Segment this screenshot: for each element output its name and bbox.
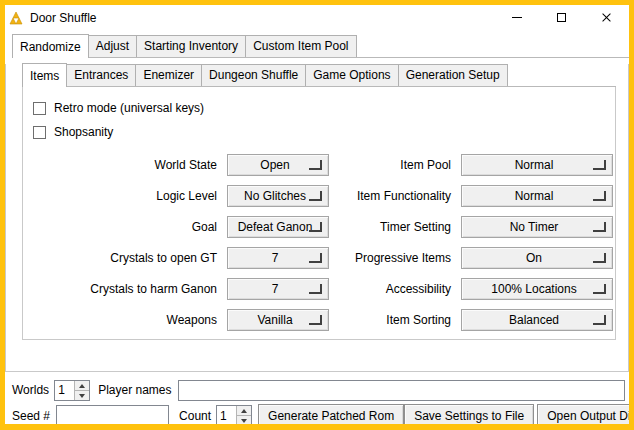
progressive-items-label: Progressive Items	[337, 251, 453, 265]
goal-dropdown[interactable]: Defeat Ganon	[227, 216, 329, 238]
app-window: Door Shuffle Randomize Adjust Starting I…	[0, 0, 634, 430]
window-controls	[494, 5, 629, 30]
dropdown-indicator-icon	[309, 284, 322, 294]
app-icon	[8, 10, 24, 26]
progressive-items-value: On	[526, 251, 548, 265]
tab-entrances[interactable]: Entrances	[66, 64, 136, 86]
item-pool-label: Item Pool	[337, 158, 453, 172]
spin-up-icon[interactable]	[236, 406, 251, 416]
count-spinbox[interactable]	[216, 405, 252, 426]
tab-items[interactable]: Items	[22, 63, 67, 87]
item-pool-dropdown[interactable]: Normal	[461, 154, 613, 176]
crystals-ganon-value: 7	[272, 282, 285, 296]
item-functionality-label: Item Functionality	[337, 189, 453, 203]
dropdown-indicator-icon	[593, 160, 606, 170]
dropdown-indicator-icon	[593, 315, 606, 325]
maximize-button[interactable]	[539, 5, 584, 30]
spin-down-icon[interactable]	[236, 416, 251, 425]
inner-tabbar: Items Entrances Enemizer Dungeon Shuffle…	[22, 66, 616, 87]
goal-label: Goal	[27, 220, 219, 234]
dropdown-indicator-icon	[593, 222, 606, 232]
dropdown-indicator-icon	[593, 253, 606, 263]
dropdown-indicator-icon	[593, 284, 606, 294]
dropdown-indicator-icon	[309, 315, 322, 325]
item-functionality-value: Normal	[515, 189, 560, 203]
logic-level-dropdown[interactable]: No Glitches	[227, 185, 329, 207]
count-spin-arrows	[236, 406, 251, 425]
tab-dungeon-shuffle[interactable]: Dungeon Shuffle	[201, 64, 306, 86]
worlds-spin-arrows	[74, 381, 89, 400]
tab-starting-inventory[interactable]: Starting Inventory	[136, 35, 246, 57]
world-state-value: Open	[260, 158, 295, 172]
timer-setting-dropdown[interactable]: No Timer	[461, 216, 613, 238]
crystals-gt-dropdown[interactable]: 7	[227, 247, 329, 269]
accessibility-value: 100% Locations	[491, 282, 582, 296]
weapons-value: Vanilla	[257, 313, 298, 327]
minimize-button[interactable]	[494, 5, 539, 30]
shopsanity-label: Shopsanity	[54, 125, 113, 139]
timer-setting-label: Timer Setting	[337, 220, 453, 234]
tab-adjust[interactable]: Adjust	[88, 35, 137, 57]
crystals-gt-label: Crystals to open GT	[27, 251, 219, 265]
crystals-gt-value: 7	[272, 251, 285, 265]
main-tabbar: Randomize Adjust Starting Inventory Cust…	[12, 36, 629, 58]
tab-custom-item-pool[interactable]: Custom Item Pool	[245, 35, 356, 57]
titlebar[interactable]: Door Shuffle	[5, 5, 629, 30]
player-names-input[interactable]	[178, 380, 626, 401]
retro-mode-checkbox[interactable]	[33, 102, 46, 115]
item-pool-value: Normal	[515, 158, 560, 172]
generate-patched-rom-button[interactable]: Generate Patched Rom	[258, 404, 404, 427]
dropdown-indicator-icon	[309, 191, 322, 201]
worlds-spinbox[interactable]	[54, 380, 90, 401]
dropdown-indicator-icon	[309, 222, 322, 232]
options-grid: World State Open Item Pool Normal Logic …	[27, 154, 615, 331]
world-state-dropdown[interactable]: Open	[227, 154, 329, 176]
window-content: Randomize Adjust Starting Inventory Cust…	[5, 36, 629, 430]
progressive-items-dropdown[interactable]: On	[461, 247, 613, 269]
item-sorting-label: Item Sorting	[337, 313, 453, 327]
count-input[interactable]	[217, 406, 236, 425]
player-names-label: Player names	[98, 383, 171, 397]
tab-game-options[interactable]: Game Options	[305, 64, 398, 86]
window-title: Door Shuffle	[30, 11, 97, 25]
seed-label: Seed #	[12, 409, 50, 423]
worlds-input[interactable]	[55, 381, 74, 400]
world-state-label: World State	[27, 158, 219, 172]
goal-value: Defeat Ganon	[238, 220, 319, 234]
open-output-directory-button[interactable]: Open Output Directory	[537, 404, 634, 427]
timer-setting-value: No Timer	[510, 220, 565, 234]
worlds-label: Worlds	[12, 383, 49, 397]
worlds-row: Worlds Player names	[5, 379, 629, 401]
accessibility-dropdown[interactable]: 100% Locations	[461, 278, 613, 300]
dropdown-indicator-icon	[593, 191, 606, 201]
weapons-label: Weapons	[27, 313, 219, 327]
logic-level-label: Logic Level	[27, 189, 219, 203]
shopsanity-checkbox[interactable]	[33, 126, 46, 139]
crystals-ganon-dropdown[interactable]: 7	[227, 278, 329, 300]
weapons-dropdown[interactable]: Vanilla	[227, 309, 329, 331]
tab-generation-setup[interactable]: Generation Setup	[398, 64, 508, 86]
randomize-page: Items Entrances Enemizer Dungeon Shuffle…	[5, 64, 629, 372]
seed-input[interactable]	[56, 405, 169, 426]
spin-down-icon[interactable]	[74, 391, 89, 400]
retro-mode-row: Retro mode (universal keys)	[33, 101, 615, 115]
save-settings-button[interactable]: Save Settings to File	[404, 404, 534, 427]
item-sorting-value: Balanced	[509, 313, 565, 327]
close-icon	[601, 12, 612, 23]
logic-level-value: No Glitches	[244, 189, 312, 203]
close-button[interactable]	[584, 5, 629, 30]
item-sorting-dropdown[interactable]: Balanced	[461, 309, 613, 331]
maximize-icon	[557, 13, 566, 22]
items-page: Retro mode (universal keys) Shopsanity W…	[22, 87, 616, 340]
spin-up-icon[interactable]	[74, 381, 89, 391]
item-functionality-dropdown[interactable]: Normal	[461, 185, 613, 207]
tab-enemizer[interactable]: Enemizer	[135, 64, 202, 86]
dropdown-indicator-icon	[309, 160, 322, 170]
tab-randomize[interactable]: Randomize	[12, 34, 89, 58]
accessibility-label: Accessibility	[337, 282, 453, 296]
retro-mode-label: Retro mode (universal keys)	[54, 101, 204, 115]
inner-notebook: Items Entrances Enemizer Dungeon Shuffle…	[22, 66, 616, 340]
count-label: Count	[179, 409, 211, 423]
dropdown-indicator-icon	[309, 253, 322, 263]
crystals-ganon-label: Crystals to harm Ganon	[27, 282, 219, 296]
